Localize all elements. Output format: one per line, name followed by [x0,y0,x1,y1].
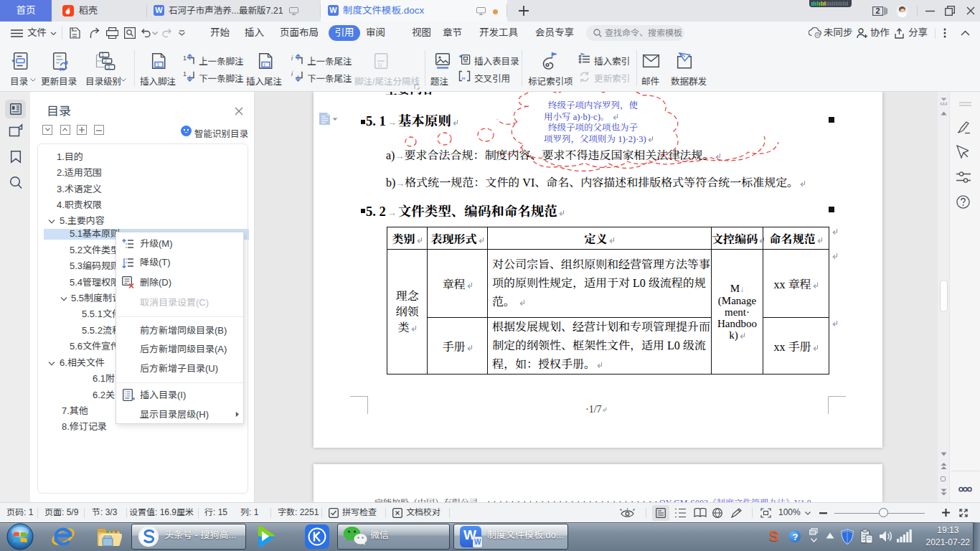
svg-text:2: 2 [876,6,880,15]
svg-text:i: i [264,62,265,68]
svg-text:1i: 1i [377,62,382,68]
svg-text:i: i [291,71,293,77]
svg-text:1: 1 [183,55,187,62]
svg-text:,,: ,, [462,72,466,80]
svg-text:3: 3 [107,65,110,70]
svg-text:1: 1 [183,71,187,77]
svg-text:1: 1 [156,62,160,68]
svg-text:i: i [291,55,293,62]
svg-text:1: 1 [101,52,104,57]
svg-text:2: 2 [104,58,107,63]
